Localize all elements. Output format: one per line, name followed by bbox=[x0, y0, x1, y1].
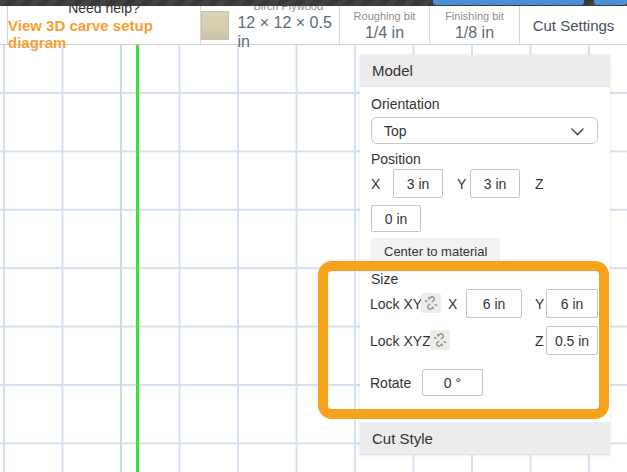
material-settings-button[interactable]: Birch Plywood 12 × 12 × 0.5 in bbox=[201, 6, 340, 44]
top-toolbar-strip bbox=[0, 0, 627, 6]
size-xy-row: Lock XY X Y bbox=[360, 289, 610, 318]
size-label: Size bbox=[371, 271, 398, 287]
size-z-input[interactable] bbox=[546, 326, 598, 355]
chevron-down-icon bbox=[571, 128, 584, 136]
model-section-header: Model bbox=[360, 55, 610, 87]
roughing-bit-value: 1/4 in bbox=[365, 23, 404, 42]
orientation-value: Top bbox=[384, 123, 407, 139]
position-y-input[interactable] bbox=[470, 169, 520, 198]
material-dimensions: 12 × 12 × 0.5 in bbox=[237, 13, 339, 51]
size-z-row: Lock XYZ Z bbox=[360, 326, 610, 355]
material-swatch bbox=[201, 11, 229, 40]
position-label: Position bbox=[371, 151, 421, 167]
settings-bar: Need help? View 3D carve setup diagram B… bbox=[0, 6, 627, 45]
model-panel: Model Orientation Top Position X Y Z Cen… bbox=[360, 55, 610, 455]
finishing-bit-label: Finishing bit bbox=[445, 9, 504, 23]
toolbar-button-fragment bbox=[433, 0, 584, 5]
toolbar-button-fragment bbox=[594, 0, 627, 5]
cut-style-section-header[interactable]: Cut Style bbox=[360, 422, 610, 455]
finishing-bit-button[interactable]: Finishing bit 1/8 in bbox=[430, 6, 520, 44]
y-axis-line bbox=[136, 45, 139, 472]
material-edge-line bbox=[120, 45, 122, 472]
rotate-label: Rotate bbox=[370, 375, 411, 391]
position-x-input[interactable] bbox=[393, 169, 443, 198]
size-z-label: Z bbox=[535, 333, 544, 349]
position-xy-row: X Y Z bbox=[360, 169, 610, 198]
lock-xy-label: Lock XY bbox=[370, 296, 422, 312]
size-y-label: Y bbox=[535, 296, 544, 312]
size-y-input[interactable] bbox=[546, 289, 598, 318]
orientation-label: Orientation bbox=[371, 96, 439, 112]
position-y-label: Y bbox=[457, 176, 466, 192]
lock-xyz-label: Lock XYZ bbox=[370, 333, 431, 349]
position-z-label: Z bbox=[535, 176, 544, 192]
center-row: Center to material bbox=[360, 238, 610, 265]
cut-settings-label: Cut Settings bbox=[533, 17, 615, 34]
orientation-select[interactable]: Top bbox=[371, 117, 598, 144]
lock-xy-toggle[interactable] bbox=[421, 293, 441, 313]
lock-xyz-toggle[interactable] bbox=[430, 330, 450, 350]
roughing-bit-button[interactable]: Roughing bit 1/4 in bbox=[340, 6, 430, 44]
help-cell: Need help? View 3D carve setup diagram bbox=[7, 6, 201, 44]
position-x-label: X bbox=[371, 176, 380, 192]
unlink-icon bbox=[433, 333, 447, 347]
unlink-icon bbox=[424, 296, 438, 310]
rotate-row: Rotate bbox=[360, 369, 610, 397]
view-3d-setup-link[interactable]: View 3D carve setup diagram bbox=[8, 17, 200, 51]
size-x-label: X bbox=[448, 296, 457, 312]
position-z-row bbox=[360, 205, 610, 232]
position-z-input[interactable] bbox=[371, 205, 421, 232]
size-x-input[interactable] bbox=[466, 289, 522, 318]
cut-settings-button[interactable]: Cut Settings bbox=[520, 6, 627, 44]
finishing-bit-value: 1/8 in bbox=[455, 23, 494, 42]
center-to-material-button[interactable]: Center to material bbox=[371, 238, 500, 265]
rotate-input[interactable] bbox=[422, 369, 483, 396]
roughing-bit-label: Roughing bit bbox=[354, 9, 416, 23]
